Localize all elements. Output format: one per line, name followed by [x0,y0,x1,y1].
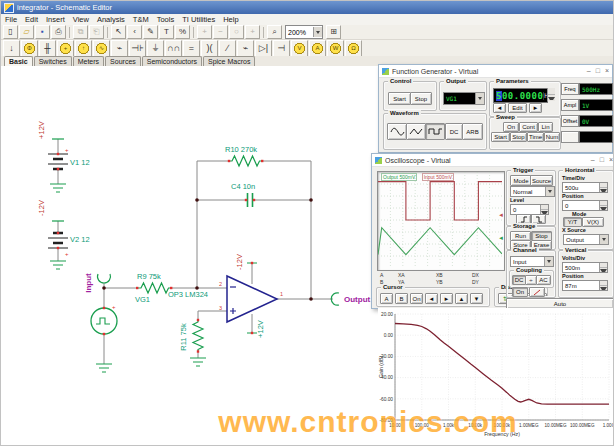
sweep-time-button[interactable]: Time [527,132,544,142]
paste-icon[interactable]: ⎗ [89,25,104,39]
diode-icon[interactable]: ▷| [255,40,272,57]
cursor-button[interactable]: ◄ [425,293,438,304]
capacitor-icon[interactable]: ⊣⊦ [129,40,146,57]
cursor-button[interactable]: On [410,293,423,304]
xsource-select[interactable]: Output [563,234,609,245]
resistor-r10[interactable] [229,156,263,166]
spin-down-icon[interactable] [600,268,607,272]
channel-select[interactable]: Input [510,256,554,267]
trigger-source-button[interactable]: Source [530,175,553,186]
resistor-icon[interactable]: ⌁ [111,40,128,57]
spin-down-icon[interactable] [600,188,607,192]
menu-item[interactable]: TI Utilities [178,15,219,24]
text-icon[interactable]: T [159,25,174,39]
output-trace-marker[interactable]: ◄ [498,235,504,241]
menu-item[interactable]: Tools [153,15,179,24]
new-icon[interactable]: ▯ [3,25,18,39]
ohmmeter-icon[interactable]: Ω [345,40,362,57]
square-wave-button[interactable] [425,123,445,140]
timediv-input[interactable]: 500u [562,182,608,193]
frequency-display[interactable]: 500.0000 Hz [493,88,548,103]
sep[interactable] [263,27,264,38]
zoom-out-icon[interactable]: − [213,25,228,39]
print-icon[interactable]: ⎙ [51,25,66,39]
spin-down-icon[interactable] [600,206,607,210]
generator-icon[interactable]: ∿ [93,40,110,57]
sweep-stop-button[interactable]: Stop [510,132,527,142]
coupling-dc-button[interactable]: DC [512,275,526,285]
trigger-mode-button[interactable]: Mode [510,175,532,186]
chevron-down-icon[interactable] [313,27,322,37]
switch-icon[interactable]: ∕ [219,40,236,57]
input-trace-marker[interactable]: ◄ [498,212,504,218]
jumper-icon[interactable]: = [183,40,200,57]
fg-output-select[interactable]: VG1 [443,92,485,105]
sine-wave-button[interactable] [387,123,407,140]
maximize-icon[interactable]: □ [596,65,600,77]
zoom-select[interactable]: 200% [285,25,323,39]
digit-right-button[interactable]: ► [529,103,542,113]
voltage-source-icon[interactable]: + [57,40,74,57]
yt-mode-button[interactable]: Y/T [563,217,582,227]
cross-icon[interactable]: + [245,25,260,39]
sweep-lin-button[interactable]: Lin [538,122,553,132]
channel-on-button[interactable]: On [512,287,528,297]
chevron-down-icon[interactable] [544,257,553,266]
fg-start-button[interactable]: Start [388,92,411,105]
h-position-input[interactable]: 0 [562,200,608,211]
scope-titlebar[interactable]: Oscilloscope - Virtual – □ × [372,154,614,167]
component-pointer-icon[interactable]: ‹ [127,25,142,39]
spin-down-icon[interactable] [548,95,555,101]
potentiometer-icon[interactable]: ⌁ [237,40,254,57]
fg-readout-label[interactable]: Ampl [561,99,579,111]
sep[interactable] [107,27,108,38]
voltmeter-icon[interactable]: V [291,40,308,57]
cursor-button[interactable]: ▲ [455,293,468,304]
sweep-on-button[interactable]: On [503,122,519,132]
rotate-icon[interactable]: ○ [229,25,244,39]
menu-item[interactable]: Analysis [93,15,129,24]
minimize-icon[interactable]: – [591,154,595,166]
edit-button[interactable]: Edit [508,103,527,113]
sweep-start-button[interactable]: Start [491,132,510,142]
maximize-icon[interactable]: □ [600,154,604,166]
digit-left-button[interactable]: ◄ [493,103,506,113]
cursor-button[interactable]: B [395,293,408,304]
menu-item[interactable]: View [69,15,93,24]
chevron-down-icon[interactable] [545,187,554,196]
relay-icon[interactable]: )( [201,40,218,57]
fg-readout-label[interactable] [561,131,579,143]
sweep-cont-button[interactable]: Cont [519,122,538,132]
menu-item[interactable]: Edit [21,15,42,24]
wattmeter-icon[interactable]: W [327,40,344,57]
current-source-icon[interactable]: ↑ [75,40,92,57]
menu-item[interactable]: Insert [42,15,69,24]
sweep-num-button[interactable]: Num [544,132,560,142]
socket-icon[interactable]: ⊣ [273,40,290,57]
funcgen-titlebar[interactable]: Function Generator - Virtual – □ × [379,65,612,78]
power-source-icon[interactable]: Φ [21,40,38,57]
copy-icon[interactable]: ⧉ [73,25,88,39]
spin-down-icon[interactable] [600,286,607,290]
menu-item[interactable]: File [1,15,21,24]
chevron-down-icon[interactable] [599,235,608,244]
opamp-op3[interactable]: 2 3 1 [219,263,283,333]
magnifier-icon[interactable]: ⌕ [267,25,282,39]
save-icon[interactable]: ▪ [35,25,50,39]
wire-icon[interactable]: ↓ [3,40,20,57]
chip-icon[interactable]: ⊞ [326,25,341,39]
dc-button[interactable]: DC [445,123,463,140]
close-icon[interactable]: × [605,65,609,77]
minimize-icon[interactable]: – [587,65,591,77]
sep[interactable] [69,27,70,38]
ground-icon[interactable]: ⏚ [147,40,164,57]
frequency-stepper[interactable] [547,88,555,101]
v-position-input[interactable]: 87m [562,280,608,291]
coupling-ac-button[interactable]: AC [536,275,551,285]
cursor-button[interactable]: ► [440,293,453,304]
fg-readout-label[interactable]: Freq [561,83,579,95]
capacitor-c4[interactable] [248,193,253,207]
inductor-icon[interactable]: ∩∩ [165,40,182,57]
open-icon[interactable]: ▱ [19,25,34,39]
zoom-in-icon[interactable]: + [197,25,212,39]
